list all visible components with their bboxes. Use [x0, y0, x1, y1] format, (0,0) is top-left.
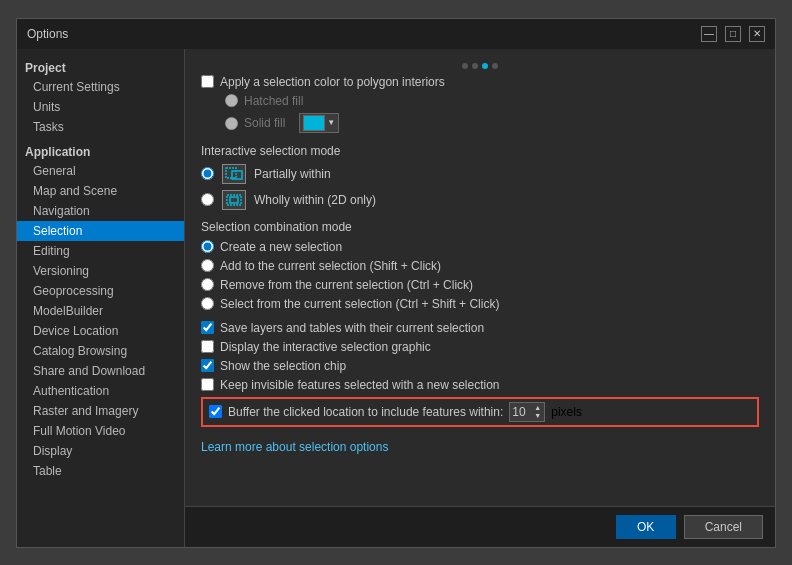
options-dialog: Options — □ ✕ Project Current Settings U… — [16, 18, 776, 548]
save-layers-checkbox[interactable] — [201, 321, 214, 334]
add-selection-radio[interactable] — [201, 259, 214, 272]
sidebar-item-editing[interactable]: Editing — [17, 241, 184, 261]
main-content: Apply a selection color to polygon inter… — [185, 49, 775, 547]
minimize-button[interactable]: — — [701, 26, 717, 42]
title-bar-buttons: — □ ✕ — [701, 26, 765, 42]
new-selection-row: Create a new selection — [201, 240, 759, 254]
scroll-indicator — [201, 61, 759, 75]
buffer-label: Buffer the clicked location to include f… — [228, 405, 503, 419]
svg-rect-0 — [226, 168, 236, 178]
combination-mode-section: Selection combination mode — [201, 220, 759, 234]
polygon-color-label: Apply a selection color to polygon inter… — [220, 75, 445, 89]
spinbox-down-arrow[interactable]: ▼ — [534, 412, 541, 420]
sidebar-item-navigation[interactable]: Navigation — [17, 201, 184, 221]
spinbox-arrows[interactable]: ▲ ▼ — [534, 404, 541, 421]
interactive-mode-section: Interactive selection mode — [201, 144, 759, 158]
hatched-fill-row: Hatched fill — [225, 94, 759, 108]
maximize-button[interactable]: □ — [725, 26, 741, 42]
sidebar-item-general[interactable]: General — [17, 161, 184, 181]
spinbox-up-arrow[interactable]: ▲ — [534, 404, 541, 412]
add-selection-row: Add to the current selection (Shift + Cl… — [201, 259, 759, 273]
cancel-button[interactable]: Cancel — [684, 515, 763, 539]
group-label-application: Application — [17, 141, 184, 161]
show-chip-row: Show the selection chip — [201, 359, 759, 373]
dialog-title: Options — [27, 27, 68, 41]
scroll-dot-2 — [472, 63, 478, 69]
display-interactive-row: Display the interactive selection graphi… — [201, 340, 759, 354]
scroll-dot-3 — [492, 63, 498, 69]
dialog-footer: OK Cancel — [185, 506, 775, 547]
sidebar-item-share-download[interactable]: Share and Download — [17, 361, 184, 381]
sidebar-item-full-motion-video[interactable]: Full Motion Video — [17, 421, 184, 441]
wholly-within-row: Wholly within (2D only) — [201, 190, 759, 210]
sidebar-item-versioning[interactable]: Versioning — [17, 261, 184, 281]
swatch-dropdown-arrow: ▼ — [327, 118, 335, 127]
partially-within-radio[interactable] — [201, 167, 214, 180]
wholly-icon — [222, 190, 246, 210]
group-label-project: Project — [17, 57, 184, 77]
sidebar-item-modelbuilder[interactable]: ModelBuilder — [17, 301, 184, 321]
new-selection-label: Create a new selection — [220, 240, 342, 254]
hatched-fill-radio[interactable] — [225, 94, 238, 107]
hatched-fill-label: Hatched fill — [244, 94, 303, 108]
sidebar-item-display[interactable]: Display — [17, 441, 184, 461]
sidebar-item-geoprocessing[interactable]: Geoprocessing — [17, 281, 184, 301]
keep-invisible-checkbox[interactable] — [201, 378, 214, 391]
keep-invisible-label: Keep invisible features selected with a … — [220, 378, 500, 392]
add-selection-label: Add to the current selection (Shift + Cl… — [220, 259, 441, 273]
buffer-value-input[interactable] — [512, 405, 534, 419]
sidebar-item-table[interactable]: Table — [17, 461, 184, 481]
polygon-color-row: Apply a selection color to polygon inter… — [201, 75, 759, 89]
buffer-unit-label: pixels — [551, 405, 582, 419]
solid-fill-row: Solid fill ▼ — [225, 113, 759, 134]
keep-invisible-row: Keep invisible features selected with a … — [201, 378, 759, 392]
remove-selection-radio[interactable] — [201, 278, 214, 291]
new-selection-radio[interactable] — [201, 240, 214, 253]
sidebar-item-selection[interactable]: Selection — [17, 221, 184, 241]
partial-icon — [222, 164, 246, 184]
show-chip-checkbox[interactable] — [201, 359, 214, 372]
select-from-row: Select from the current selection (Ctrl … — [201, 297, 759, 311]
sidebar-item-authentication[interactable]: Authentication — [17, 381, 184, 401]
buffer-spinbox[interactable]: ▲ ▼ — [509, 402, 545, 423]
solid-fill-swatch[interactable]: ▼ — [299, 113, 339, 133]
scroll-dot-active — [482, 63, 488, 69]
content-scroll: Apply a selection color to polygon inter… — [185, 49, 775, 506]
sidebar-item-map-scene[interactable]: Map and Scene — [17, 181, 184, 201]
color-swatch — [303, 115, 325, 131]
buffer-checkbox[interactable] — [209, 405, 222, 418]
remove-selection-label: Remove from the current selection (Ctrl … — [220, 278, 473, 292]
partially-within-label: Partially within — [254, 167, 331, 181]
partially-within-row: Partially within — [201, 164, 759, 184]
svg-rect-3 — [230, 197, 238, 203]
sidebar-item-current-settings[interactable]: Current Settings — [17, 77, 184, 97]
remove-selection-row: Remove from the current selection (Ctrl … — [201, 278, 759, 292]
sidebar-item-device-location[interactable]: Device Location — [17, 321, 184, 341]
wholly-within-radio[interactable] — [201, 193, 214, 206]
display-interactive-label: Display the interactive selection graphi… — [220, 340, 431, 354]
save-layers-row: Save layers and tables with their curren… — [201, 321, 759, 335]
ok-button[interactable]: OK — [616, 515, 676, 539]
title-bar: Options — □ ✕ — [17, 19, 775, 49]
select-from-label: Select from the current selection (Ctrl … — [220, 297, 499, 311]
sidebar-item-raster-imagery[interactable]: Raster and Imagery — [17, 401, 184, 421]
sidebar-item-units[interactable]: Units — [17, 97, 184, 117]
dialog-body: Project Current Settings Units Tasks App… — [17, 49, 775, 547]
sidebar-item-tasks[interactable]: Tasks — [17, 117, 184, 137]
scroll-dot-1 — [462, 63, 468, 69]
save-layers-label: Save layers and tables with their curren… — [220, 321, 484, 335]
learn-more-link[interactable]: Learn more about selection options — [201, 440, 388, 454]
solid-fill-radio[interactable] — [225, 117, 238, 130]
select-from-radio[interactable] — [201, 297, 214, 310]
close-button[interactable]: ✕ — [749, 26, 765, 42]
solid-fill-label: Solid fill — [244, 116, 285, 130]
polygon-color-checkbox[interactable] — [201, 75, 214, 88]
sidebar: Project Current Settings Units Tasks App… — [17, 49, 185, 547]
sidebar-item-catalog-browsing[interactable]: Catalog Browsing — [17, 341, 184, 361]
show-chip-label: Show the selection chip — [220, 359, 346, 373]
display-interactive-checkbox[interactable] — [201, 340, 214, 353]
buffer-row: Buffer the clicked location to include f… — [201, 397, 759, 428]
wholly-within-label: Wholly within (2D only) — [254, 193, 376, 207]
